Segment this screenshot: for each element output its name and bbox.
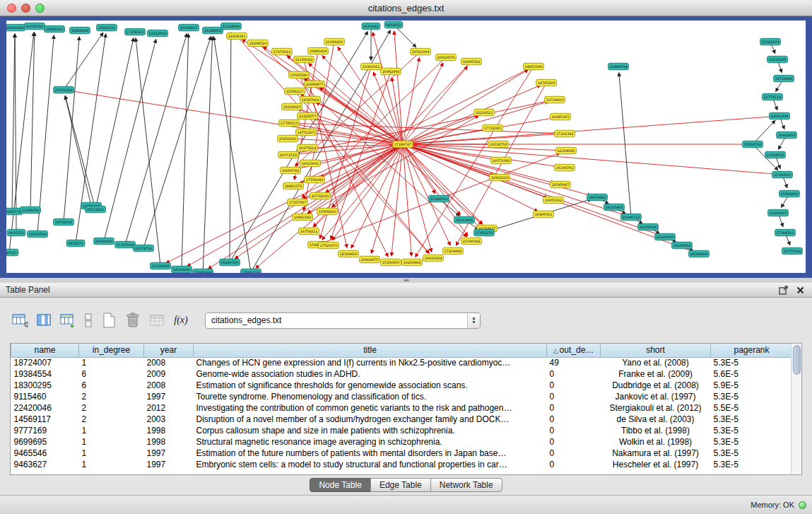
graph-node[interactable]: 11034502 [765, 151, 786, 158]
table-cell[interactable]: 9465546 [11, 448, 79, 459]
graph-edge[interactable] [182, 34, 189, 267]
graph-edge[interactable] [64, 37, 79, 219]
graph-node[interactable]: 17204848 [443, 247, 464, 255]
table-row[interactable]: 1938455462009Genome-wide association stu… [11, 368, 793, 380]
table-cell[interactable]: 18300295 [11, 380, 79, 391]
graph-edge[interactable] [263, 47, 400, 143]
table-settings-button[interactable]: ⚙ [10, 311, 30, 329]
graph-edge[interactable] [37, 35, 54, 231]
table-cell[interactable]: 1998 [144, 436, 194, 448]
graph-node[interactable]: 16093402 [454, 216, 475, 223]
graph-node[interactable]: 18296510 [248, 40, 269, 47]
table-cell[interactable]: 0 [547, 436, 601, 448]
table-cell[interactable]: 1998 [144, 425, 194, 436]
graph-edge[interactable] [619, 73, 631, 214]
table-cell[interactable]: Estimation of significance thresholds fo… [194, 380, 547, 391]
graph-edge[interactable] [70, 90, 400, 144]
graph-edge[interactable] [786, 235, 789, 245]
table-row[interactable]: 946362711997Embryonic stem cells: a mode… [11, 459, 793, 470]
graph-node[interactable]: 19955392 [543, 197, 564, 204]
graph-node[interactable]: 13129928 [151, 262, 171, 269]
table-cell[interactable]: 0 [547, 368, 601, 380]
graph-edge[interactable] [773, 100, 777, 110]
table-cell[interactable]: 6 [79, 380, 144, 391]
graph-node[interactable]: 11315010 [115, 241, 136, 248]
graph-node[interactable]: 17712065 [483, 124, 503, 132]
graph-node[interactable]: 16275814 [298, 144, 318, 151]
splitter-handle[interactable] [404, 279, 409, 281]
graph-node[interactable]: 12203415 [768, 209, 789, 216]
graph-node[interactable]: 15956620 [317, 208, 338, 215]
table-cell[interactable]: 5.5E-5 [711, 402, 793, 414]
graph-node[interactable]: 14751205 [296, 129, 317, 136]
table-cell[interactable]: Yano et al. (2008) [601, 357, 711, 368]
graph-node[interactable]: 18164025 [282, 103, 302, 110]
graph-node[interactable]: 20571086 [491, 157, 512, 164]
network-graph[interactable]: 1724074721156022195655801258611718164025… [6, 21, 806, 273]
graph-node[interactable]: 18605498 [6, 24, 25, 31]
graph-node[interactable]: 9605178 [7, 229, 25, 236]
graph-node[interactable]: 15820231 [97, 24, 117, 31]
graph-node[interactable]: 18463370 [283, 182, 304, 189]
table-row[interactable]: 1456911722003Disruption of a novel membe… [11, 414, 793, 425]
graph-edge[interactable] [406, 117, 773, 144]
graph-node[interactable]: 18945302 [461, 58, 482, 65]
delete-table-button[interactable] [147, 311, 167, 329]
graph-edge[interactable] [782, 196, 788, 207]
graph-edge[interactable] [406, 86, 541, 144]
tab-edge-table[interactable]: Edge Table [370, 478, 431, 492]
table-cell[interactable]: 1 [79, 357, 144, 368]
graph-edge[interactable] [404, 58, 420, 141]
graph-edge[interactable] [12, 34, 15, 209]
graph-node[interactable]: 19448794 [608, 63, 629, 70]
graph-node[interactable]: 18545047 [551, 181, 571, 188]
graph-node[interactable]: 22608381 [227, 33, 247, 40]
graph-edge[interactable] [783, 177, 787, 188]
graph-node[interactable]: 17304561 [775, 229, 796, 236]
graph-node[interactable]: 19361911 [361, 63, 382, 70]
table-row[interactable]: 1830029562008Estimation of significance … [11, 380, 793, 391]
graph-node[interactable]: 15905404 [193, 269, 213, 273]
column-visibility-button[interactable] [34, 311, 54, 329]
tab-network-table[interactable]: Network Table [430, 478, 502, 492]
table-cell[interactable]: 2008 [144, 357, 194, 368]
table-cell[interactable]: Embryonic stem cells: a model to study s… [194, 459, 547, 470]
table-cell[interactable]: 9115460 [11, 391, 79, 402]
table-cell[interactable]: Tibbo et al. (1998) [601, 425, 711, 436]
table-cell[interactable]: Hescheler et al. (1997) [601, 459, 711, 470]
graph-edge[interactable] [406, 144, 560, 150]
table-row[interactable]: 1872400712008Changes of HCN gene express… [11, 357, 793, 368]
function-builder-button[interactable]: f(x) [171, 311, 191, 329]
table-cell[interactable]: 5.3E-5 [711, 436, 793, 448]
table-cell[interactable]: 1 [79, 425, 144, 436]
graph-node[interactable]: 15300850 [381, 259, 401, 266]
graph-edge[interactable] [394, 31, 403, 141]
graph-edge[interactable] [372, 33, 402, 141]
graph-node[interactable]: 21912509 [148, 30, 168, 37]
graph-node[interactable]: 19404068 [70, 27, 90, 34]
table-cell[interactable]: 1997 [144, 459, 194, 470]
graph-edge[interactable] [213, 37, 250, 269]
graph-edge[interactable] [203, 37, 212, 269]
table-cell[interactable]: 2003 [144, 414, 194, 425]
table-cell[interactable]: Stergiakouli et al. (2012) [601, 402, 711, 414]
graph-node[interactable]: 21228157 [298, 112, 318, 119]
graph-edge[interactable] [403, 147, 411, 256]
graph-node[interactable]: 17079012 [272, 48, 293, 55]
table-cell[interactable]: 2 [79, 391, 144, 402]
panel-splitter[interactable] [0, 278, 812, 283]
table-cell[interactable]: 49 [547, 357, 601, 368]
graph-edge[interactable] [65, 96, 90, 203]
scrollbar-thumb[interactable] [793, 345, 801, 375]
graph-edge[interactable] [187, 146, 401, 267]
graph-node[interactable]: 14583204 [770, 112, 790, 119]
graph-node[interactable]: 18367664 [300, 96, 321, 103]
graph-node[interactable]: 20099877 [305, 81, 325, 88]
float-window-icon[interactable] [777, 284, 789, 296]
column-header-in_degree[interactable]: in_degree [79, 344, 144, 357]
graph-node[interactable]: 17357067 [288, 199, 308, 206]
graph-node[interactable]: 9664052 [384, 21, 403, 28]
graph-node[interactable]: 18184952 [203, 27, 223, 34]
table-cell[interactable]: Franke et al. (2009) [601, 368, 711, 380]
graph-node[interactable]: 10188731 [6, 208, 22, 215]
